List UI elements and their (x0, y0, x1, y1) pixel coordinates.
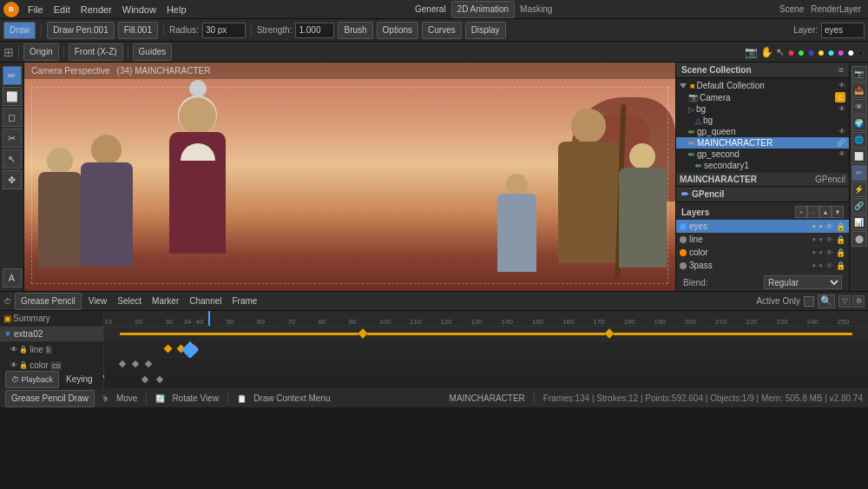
layer-3pass[interactable]: 3pass ● ● 👁 🔒 (676, 259, 849, 272)
tree-gp-second[interactable]: ✏ gp_second 👁 (676, 149, 849, 160)
track-label-line[interactable]: 👁 🔒 line li (0, 342, 103, 358)
grease-pencil-draw-btn[interactable]: Grease Pencil Draw (5, 390, 95, 407)
layer-line-lock[interactable]: 🔒 (836, 235, 845, 244)
timeline-marker[interactable]: Marker (148, 292, 182, 311)
display-btn[interactable]: Display (465, 22, 506, 39)
tab-data[interactable]: 📊 (852, 215, 867, 230)
fill-btn[interactable]: Fill.001 (118, 22, 158, 39)
tab-scene[interactable]: 🌍 (852, 116, 867, 131)
layer-color[interactable]: color ● ● 👁 🔒 (676, 246, 849, 259)
tab-constraints[interactable]: 🔗 (852, 198, 867, 214)
timeline-search-btn[interactable]: 🔍 (818, 294, 835, 308)
track-label-extra02[interactable]: ▼ extra02 (0, 327, 103, 342)
gp-second-eye-icon[interactable]: 👁 (838, 150, 845, 158)
layer-color-lock[interactable]: 🔒 (836, 248, 845, 257)
hand-icon[interactable]: ✋ (760, 46, 773, 58)
track-label-summary[interactable]: ▣ Summary (0, 311, 103, 327)
layer-3pass-eye[interactable]: 👁 (825, 261, 833, 270)
menu-file[interactable]: File (23, 0, 49, 19)
tab-object[interactable]: ⬜ (852, 149, 867, 164)
eye-icon[interactable]: 👁 (838, 82, 845, 89)
timeline-channel[interactable]: Channel (186, 292, 225, 311)
object-name-label: (34) MAINCHARACTER (117, 66, 211, 76)
timeline-frame[interactable]: Frame (229, 292, 261, 311)
erase-tool[interactable]: ◻ (3, 108, 22, 127)
tree-bg[interactable]: ▷ bg 👁 (676, 103, 849, 115)
mode-2d-animation[interactable]: 2D Animation (451, 1, 515, 18)
layer-line-eye[interactable]: 👁 (825, 235, 833, 244)
draw-pen-btn[interactable]: Draw Pen.001 (47, 22, 114, 39)
tree-bg-mesh[interactable]: △ bg (676, 115, 849, 126)
mainchar-link-icon[interactable]: 🔗 (837, 139, 845, 147)
tab-world[interactable]: 🌐 (852, 132, 867, 148)
track-summary (104, 327, 868, 342)
layer-3pass-lock[interactable]: 🔒 (836, 261, 845, 270)
tab-output[interactable]: 📤 (852, 83, 867, 98)
options-btn[interactable]: Options (377, 22, 418, 39)
active-only-checkbox[interactable] (804, 296, 814, 307)
guides-btn[interactable]: Guides (133, 43, 173, 61)
fill-tool[interactable]: ⬜ (3, 87, 22, 106)
cut-tool[interactable]: ✂ (3, 129, 22, 148)
layer-eyes-lock[interactable]: 🔒 (836, 222, 845, 231)
select-tool[interactable]: ↖ (3, 149, 22, 169)
tree-maincharacter[interactable]: ✏ MAINCHARACTER 🔗 (676, 137, 849, 149)
draw-mode-btn[interactable]: Draw (3, 22, 36, 39)
playback-keying[interactable]: Keying (62, 370, 96, 389)
timeline-grease-pencil[interactable]: Grease Pencil (15, 293, 82, 310)
blend-select[interactable]: Regular (764, 275, 842, 289)
timeline-select[interactable]: Select (114, 292, 145, 311)
menu-bar: B File Edit Render Window Help General 2… (0, 0, 868, 19)
layer-eyes-eye[interactable]: 👁 (825, 222, 833, 231)
layer-input[interactable] (821, 23, 865, 38)
add-layer-btn[interactable]: + (795, 206, 807, 218)
menu-window[interactable]: Window (117, 0, 161, 19)
tab-view[interactable]: 👁 (852, 99, 867, 115)
layer-eyes[interactable]: eyes ● ● 👁 🔒 (676, 220, 849, 233)
timeline-view[interactable]: View (85, 292, 111, 311)
tab-render[interactable]: 📷 (852, 66, 867, 82)
grid-icon[interactable]: ⊞ (3, 45, 14, 59)
tree-expand-icon (680, 83, 687, 89)
timeline-settings-btn[interactable]: ⚙ (852, 295, 865, 307)
move-layer-up-btn[interactable]: ▲ (819, 206, 832, 218)
curves-btn[interactable]: Curves (422, 22, 462, 39)
tab-material[interactable]: ⬤ (852, 231, 867, 247)
radius-input[interactable] (202, 23, 246, 38)
tree-default-collection[interactable]: ■ Default Collection 👁 (676, 80, 849, 91)
move-tool[interactable]: ✥ (3, 170, 22, 189)
menu-render[interactable]: Render (76, 0, 117, 19)
filter-icon[interactable]: ≡ (838, 65, 844, 75)
annotation-tool[interactable]: A (3, 268, 22, 287)
remove-layer-btn[interactable]: - (807, 206, 819, 218)
origin-btn[interactable]: Origin (23, 43, 59, 61)
ruler-90: 90 (349, 318, 357, 326)
strength-input[interactable] (295, 23, 334, 38)
menu-edit[interactable]: Edit (49, 0, 76, 19)
kf-line-3 (144, 360, 151, 367)
layer-line[interactable]: line ● ● 👁 🔒 (676, 233, 849, 246)
viewport[interactable]: Camera Perspective (34) MAINCHARACTER (24, 63, 675, 291)
move-layer-down-btn[interactable]: ▼ (832, 206, 844, 218)
timeline-filter-btn[interactable]: ▽ (838, 295, 851, 307)
bg-eye-icon[interactable]: 👁 (838, 105, 845, 113)
layer-color-eye[interactable]: 👁 (825, 248, 833, 257)
tree-secondary1[interactable]: ✏ secondary1 (676, 160, 849, 171)
tree-gp-queen[interactable]: ✏ gp_queen 👁 (676, 126, 849, 137)
timeline-icon: ⏱ (3, 297, 11, 306)
tree-camera[interactable]: 📷 Camera C (676, 91, 849, 103)
playback-mode-btn[interactable]: ⏱ Playback (5, 371, 59, 388)
playhead[interactable] (208, 311, 210, 326)
timeline-ruler[interactable]: 10 20 30 34 40 50 60 70 80 90 100 110 12… (104, 311, 868, 327)
view-btn[interactable]: Front (X-Z) (69, 43, 123, 61)
menu-help[interactable]: Help (161, 0, 192, 19)
layer-3pass-dot2: ● (819, 261, 823, 269)
draw-tool[interactable]: ✏ (3, 66, 22, 85)
brush-btn[interactable]: Brush (338, 22, 372, 39)
tab-physics[interactable]: ⚡ (852, 182, 867, 197)
cursor-icon[interactable]: ↖ (776, 46, 785, 58)
tab-particles[interactable]: ✏ (852, 165, 867, 181)
camera-icon[interactable]: 📷 (745, 46, 758, 58)
bg-tree-icon: ▷ (688, 105, 694, 114)
gp-queen-eye-icon[interactable]: 👁 (838, 128, 845, 135)
